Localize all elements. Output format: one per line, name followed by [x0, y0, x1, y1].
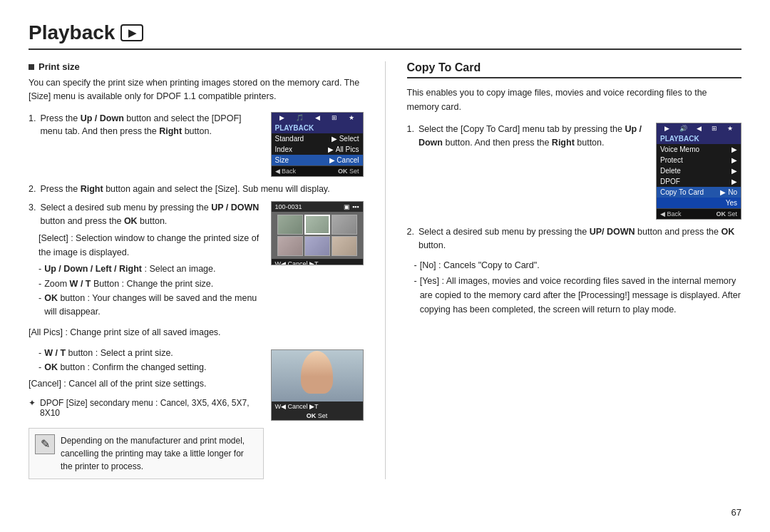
step1-row: 1. Press the Up / Down button and select…: [29, 112, 364, 177]
step2: 2. Press the Right button again and sele…: [29, 183, 364, 196]
right-step1-num: 1.: [407, 123, 414, 150]
note-box: ✎ Depending on the manufacturer and prin…: [29, 428, 264, 479]
wt-items: W / T button : Select a print size. OK b…: [38, 347, 264, 375]
wt-row: W / T button : Select a print size. OK b…: [29, 344, 364, 479]
dash-item-no: [No] : Cancels "Copy to Card".: [414, 258, 742, 272]
step2-num: 2.: [29, 183, 36, 196]
right-step2-num: 2.: [407, 225, 414, 252]
thumb-4: [277, 236, 303, 256]
right-step1: 1. Select the [Copy To Card] menu tab by…: [407, 123, 650, 150]
right-camera-menu: ▶ 🔊 ◀ ⊞ ★ PLAYBACK Voice Memo▶ Protect▶: [656, 123, 741, 220]
right-menu-footer: ◀ BackOK Set: [657, 208, 741, 219]
right-row-delete: Delete▶: [657, 165, 741, 176]
cancel-text: [Cancel] : Cancel all of the print size …: [29, 377, 264, 391]
thumb-3: [332, 215, 357, 235]
photo-inner: [272, 212, 363, 259]
sub-item-zoom: Zoom W / T Button : Change the print siz…: [38, 277, 264, 291]
left-column: Print size You can specify the print siz…: [29, 61, 364, 479]
right-step1-text: 1. Select the [Copy To Card] menu tab by…: [407, 123, 650, 220]
right-row-yes: Yes: [657, 198, 741, 208]
page-title: Playback ▶: [29, 21, 741, 44]
bullet-icon: [29, 64, 34, 70]
thumb-1: [277, 215, 303, 235]
print-size-label: Print size: [29, 61, 364, 72]
right-row-dpof: DPOF▶: [657, 176, 741, 187]
sub-item-updown: Up / Down / Left / Right : Select an ima…: [38, 262, 264, 276]
step1-text-area: 1. Press the Up / Down button and select…: [29, 112, 264, 177]
thumb-2: [304, 215, 330, 235]
playback-icon: ▶: [120, 24, 143, 41]
right-step2: 2. Select a desired sub menu by pressing…: [407, 225, 742, 252]
step1-num: 1.: [29, 112, 36, 139]
note-text: Depending on the manufacturer and print …: [61, 434, 257, 473]
step3-text: Select a desired sub menu by pressing th…: [40, 201, 263, 228]
thumb-6: [332, 236, 357, 256]
large-photo-ok: OK Set: [272, 411, 363, 420]
wt-text-area: W / T button : Select a print size. OK b…: [29, 344, 264, 479]
wt-item-wt: W / T button : Select a print size.: [38, 347, 264, 360]
sub-items: Up / Down / Left / Right : Select an ima…: [38, 262, 264, 319]
large-photo: W◀ Cancel ▶T OK Set: [271, 349, 364, 421]
copy-to-card-header: Copy To Card: [407, 61, 742, 78]
cam-menu-title-right: PLAYBACK: [657, 133, 741, 144]
photo-header: 100-0031 ▣ ▪▪▪: [272, 202, 363, 212]
step3-row: 3. Select a desired sub menu by pressing…: [29, 201, 364, 322]
face-shape: [301, 351, 333, 394]
step3-text-area: 3. Select a desired sub menu by pressing…: [29, 201, 264, 322]
sub-item-ok: OK button : Your changes will be saved a…: [38, 292, 264, 319]
cam-menu-ui-1: ▶ 🎵 ◀ ⊞ ★ PLAYBACK Standard▶ Select Inde…: [271, 112, 364, 177]
cam-menu-ui-right: ▶ 🔊 ◀ ⊞ ★ PLAYBACK Voice Memo▶ Protect▶: [656, 123, 741, 220]
step2-text: Press the Right button again and select …: [40, 183, 329, 196]
note-icon: ✎: [35, 434, 55, 454]
right-intro: This enables you to copy image files, mo…: [407, 86, 742, 114]
main-content: Print size You can specify the print siz…: [29, 61, 741, 479]
right-step1-row: 1. Select the [Copy To Card] menu tab by…: [407, 123, 742, 220]
dash-item-yes: [Yes] : All images, movies and voice rec…: [414, 274, 742, 317]
title-text: Playback: [29, 21, 115, 44]
right-row-protect: Protect▶: [657, 155, 741, 165]
left-intro: You can specify the print size when prin…: [29, 76, 364, 103]
photo-area-1: 100-0031 ▣ ▪▪▪: [271, 201, 364, 265]
large-photo-footer: W◀ Cancel ▶T: [272, 401, 363, 411]
step1-text: Press the Up / Down button and select th…: [40, 112, 263, 139]
cam-menu-bar-1: ▶ 🎵 ◀ ⊞ ★: [272, 113, 363, 123]
right-step1-content: Select the [Copy To Card] menu tab by pr…: [419, 123, 649, 150]
cam-menu-footer-1: ◀ BackOK Set: [272, 165, 363, 176]
title-divider: [29, 48, 741, 50]
step3-num: 3.: [29, 201, 36, 228]
large-photo-container: W◀ Cancel ▶T OK Set: [271, 344, 364, 479]
right-row-voice: Voice Memo▶: [657, 144, 741, 155]
large-photo-content: [272, 350, 363, 401]
camera-menu-1: ▶ 🎵 ◀ ⊞ ★ PLAYBACK Standard▶ Select Inde…: [271, 112, 364, 177]
right-step2-text: Select a desired sub menu by pressing th…: [419, 225, 741, 252]
step3: 3. Select a desired sub menu by pressing…: [29, 201, 264, 228]
page-number: 67: [732, 507, 741, 518]
photo-footer: W◀ Cancel ▶T: [272, 259, 363, 265]
right-column: Copy To Card This enables you to copy im…: [385, 61, 742, 479]
right-row-copy: Copy To Card▶ No: [657, 187, 741, 198]
cam-menu-title-1: PLAYBACK: [272, 123, 363, 133]
thumb-5: [304, 236, 330, 256]
wt-item-ok: OK button : Confirm the changed setting.: [38, 361, 264, 374]
cam-menu-bar-right: ▶ 🔊 ◀ ⊞ ★: [657, 123, 741, 133]
cam-menu-row-index: Index▶ All Pics: [272, 144, 363, 155]
cam-menu-row-size: Size▶ Cancel: [272, 155, 363, 165]
cam-menu-row-standard: Standard▶ Select: [272, 133, 363, 144]
all-pics-text: [All Pics] : Change print size of all sa…: [29, 326, 364, 339]
step1: 1. Press the Up / Down button and select…: [29, 112, 264, 139]
thumb-grid: [277, 215, 357, 256]
photo-thumbnails: 100-0031 ▣ ▪▪▪: [271, 201, 364, 322]
photo-bg: [272, 350, 363, 401]
dpof-note: DPOF [Size] secondary menu : Cancel, 3X5…: [29, 398, 264, 418]
right-dash-list: [No] : Cancels "Copy to Card". [Yes] : A…: [414, 258, 742, 317]
select-text: [Select] : Selection window to change th…: [38, 231, 264, 260]
